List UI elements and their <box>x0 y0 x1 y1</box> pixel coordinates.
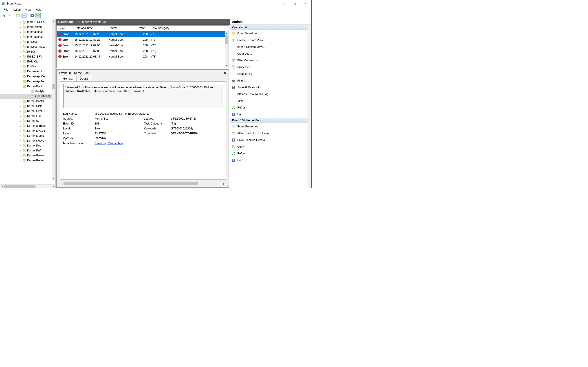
tree-item[interactable]: Kernel-Prefetc <box>0 158 56 163</box>
chevron-icon[interactable] <box>19 56 22 58</box>
chevron-icon[interactable] <box>19 135 22 137</box>
tree-item[interactable]: Iphlpsvc <box>0 39 56 44</box>
action-event-properties[interactable]: Event Properties <box>230 123 311 130</box>
chevron-icon[interactable] <box>19 80 22 83</box>
table-row[interactable]: Error14/12/2021 22:08:37Kernel-Boot208(7… <box>57 54 229 59</box>
tree-item[interactable]: International- <box>0 34 56 39</box>
chevron-icon[interactable] <box>19 125 22 127</box>
preview-button[interactable] <box>35 13 41 18</box>
table-row[interactable]: Error15/12/2021 19:07:06Kernel-Boot208(7… <box>57 42 229 48</box>
tree-item[interactable]: Kernel-LiveDu <box>0 128 56 133</box>
chevron-icon[interactable] <box>19 50 22 53</box>
table-row[interactable]: Error15/12/2021 19:37:23Kernel-Boot208(7… <box>57 37 229 42</box>
tree-item[interactable]: Input-HIDCLA <box>0 20 56 25</box>
chevron-icon[interactable] <box>19 130 22 132</box>
tree-item[interactable]: Iphlpsvc-Trace <box>0 44 56 49</box>
action-disable-log[interactable]: Disable Log <box>230 71 311 77</box>
action-copy[interactable]: Copy▶ <box>230 143 311 150</box>
menu-help[interactable]: Help <box>33 8 44 12</box>
chevron-icon[interactable] <box>19 31 22 33</box>
tree-item[interactable]: International <box>0 29 56 34</box>
properties-button[interactable] <box>21 13 26 18</box>
col-date[interactable]: Date and Time <box>73 26 107 31</box>
chevron-icon[interactable] <box>19 110 22 112</box>
action-view[interactable]: View▶ <box>230 98 311 104</box>
chevron-icon[interactable] <box>19 70 22 73</box>
tree-horizontal-scrollbar[interactable]: ◀▶ <box>0 184 56 188</box>
chevron-icon[interactable] <box>19 60 22 63</box>
show-hide-tree-button[interactable] <box>15 13 21 18</box>
tree-item[interactable]: Kernel-Apphe <box>0 79 56 84</box>
back-button[interactable] <box>1 13 7 18</box>
minimize-button[interactable]: ─ <box>280 0 290 7</box>
detail-horizontal-scrollbar[interactable]: ◀▶ <box>60 182 226 186</box>
col-level[interactable]: Level <box>57 26 73 31</box>
chevron-icon[interactable] <box>19 120 22 122</box>
action-import-custom-view[interactable]: Import Custom View... <box>230 44 311 50</box>
action-help[interactable]: ?Help▶ <box>230 111 311 118</box>
tree-item[interactable]: IPSEC-SRV <box>0 54 56 59</box>
tree-item[interactable]: Kernel-File <box>0 114 56 118</box>
action-filter-current-log[interactable]: Filter Current Log... <box>230 57 311 64</box>
tree-item[interactable]: Kernel-IO <box>0 118 56 123</box>
actions-section-event[interactable]: Event 208, Kernel-Boot ▲ <box>230 118 311 123</box>
tab-general[interactable]: General <box>60 76 76 81</box>
chevron-icon[interactable] <box>19 41 22 43</box>
actions-section-operational[interactable]: Operational ▲ <box>230 25 311 30</box>
tree-item[interactable]: Kernel-PnP <box>0 148 56 153</box>
tab-details[interactable]: Details <box>76 76 92 81</box>
menu-action[interactable]: Action <box>11 8 23 12</box>
events-vertical-scrollbar[interactable]: ▲▼ <box>225 31 229 68</box>
action-attach-task-event[interactable]: Attach Task To This Event... <box>230 130 311 137</box>
tree-item[interactable]: Analytic <box>0 89 56 94</box>
tree-item[interactable]: KdsSvc <box>0 64 56 69</box>
tree-item[interactable]: Kernel-Power <box>0 153 56 158</box>
tree-item[interactable]: Kernel-AppCo <box>0 74 56 79</box>
chevron-icon[interactable] <box>19 140 22 142</box>
action-clear-log[interactable]: Clear Log... <box>230 50 311 57</box>
col-source[interactable]: Source <box>107 26 136 31</box>
tree-vertical-scrollbar[interactable]: ▲ ▼ <box>52 19 56 181</box>
chevron-icon[interactable] <box>19 115 22 117</box>
tree-item[interactable]: IPNAT <box>0 49 56 54</box>
menu-view[interactable]: View <box>23 8 33 12</box>
detail-close-button[interactable]: ✕ <box>224 71 226 75</box>
chevron-icon[interactable] <box>19 85 22 88</box>
chevron-icon[interactable] <box>19 150 22 152</box>
maximize-button[interactable]: ☐ <box>290 0 300 7</box>
action-properties[interactable]: Properties <box>230 64 311 71</box>
chevron-icon[interactable] <box>19 105 22 108</box>
action-open-saved-log[interactable]: Open Saved Log... <box>230 30 311 37</box>
action-save-selected-events[interactable]: Save Selected Events... <box>230 137 311 143</box>
chevron-icon[interactable] <box>19 46 22 48</box>
close-button[interactable]: ✕ <box>300 0 310 7</box>
chevron-icon[interactable] <box>19 21 22 23</box>
tree-item[interactable]: Operational <box>0 94 56 99</box>
tree-item[interactable]: InputSwitch <box>0 25 56 29</box>
chevron-icon[interactable] <box>19 75 22 78</box>
tree-item[interactable]: Kernel-Acpi <box>0 69 56 74</box>
action-attach-task-log[interactable]: Attach a Task To this Log... <box>230 91 311 98</box>
actions-vertical-scrollbar[interactable] <box>308 25 311 188</box>
action-save-all-events[interactable]: Save All Events As... <box>230 84 311 91</box>
col-task-category[interactable]: Task Category <box>150 26 177 31</box>
action-create-custom-view[interactable]: Create Custom View... <box>230 37 311 44</box>
action-help-event[interactable]: ?Help▶ <box>230 157 311 164</box>
tree-item[interactable]: Kernel-Memo <box>0 133 56 138</box>
tree-item[interactable]: Kernel-EventT <box>0 108 56 114</box>
action-refresh[interactable]: Refresh <box>230 104 311 111</box>
table-row[interactable]: Error15/12/2021 19:37:23Kernel-Boot208(7… <box>57 31 229 37</box>
help-button[interactable]: ? <box>29 13 35 18</box>
tree-item[interactable]: Kernel-Netwo <box>0 138 56 143</box>
table-row[interactable]: Error15/12/2021 19:07:06Kernel-Boot208(7… <box>57 48 229 54</box>
chevron-icon[interactable] <box>19 36 22 38</box>
tree-item[interactable]: Kernel-Pep <box>0 143 56 148</box>
action-refresh-event[interactable]: Refresh <box>230 150 311 157</box>
action-find[interactable]: Find... <box>230 77 311 84</box>
tree-item[interactable]: Kernel-BootD <box>0 99 56 104</box>
chevron-icon[interactable] <box>19 159 22 162</box>
tree-item[interactable]: Kernel-Disk <box>0 104 56 108</box>
tree-item[interactable]: Kernel-IoTrace <box>0 123 56 128</box>
tree-item[interactable]: Kernel-Boot <box>0 84 56 89</box>
chevron-icon[interactable] <box>19 144 22 147</box>
